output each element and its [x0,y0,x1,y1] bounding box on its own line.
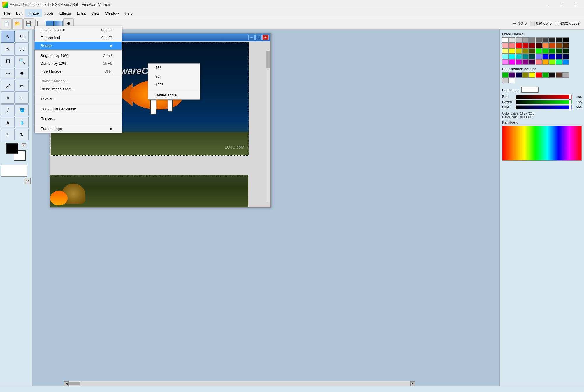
user-color-2[interactable] [516,72,522,78]
fixed-color-4[interactable] [529,37,535,43]
fixed-color-39[interactable] [562,54,569,59]
fixed-color-25[interactable] [536,48,542,54]
fixed-color-43[interactable] [522,59,529,65]
menu-file[interactable]: File [1,9,13,17]
submenu-define-angle[interactable]: Define angle... [148,91,200,99]
green-slider-thumb[interactable] [569,99,571,105]
fixed-color-31[interactable] [509,54,515,59]
fixed-color-45[interactable] [536,59,542,65]
fixed-color-42[interactable] [516,59,522,65]
fixed-color-28[interactable] [556,48,562,54]
fixed-color-29[interactable] [562,48,569,54]
user-color-4[interactable] [529,72,535,78]
menu-rotate[interactable]: Rotate ▶ [35,42,122,50]
toolbar-new[interactable]: 📄 [1,18,12,29]
fixed-color-33[interactable] [522,54,529,59]
red-slider-thumb[interactable] [569,94,571,100]
green-slider[interactable] [516,100,572,104]
user-color-5[interactable] [536,72,542,78]
tool-rect-select[interactable]: ⬚ [15,43,29,55]
user-color-11[interactable] [509,78,515,83]
fixed-color-11[interactable] [509,43,515,48]
canvas-close-btn[interactable]: ✕ [262,35,269,40]
fixed-color-19[interactable] [562,43,569,48]
rainbow-box[interactable] [502,126,582,161]
menu-darken[interactable]: Darken by 10% Ctrl+D [35,59,122,67]
submenu-rot180[interactable]: 180° [148,80,200,89]
menu-extra[interactable]: Extra [74,9,88,17]
fixed-color-49[interactable] [562,59,569,65]
user-color-3[interactable] [522,72,529,78]
tool-line[interactable]: ╱ [1,104,15,116]
fixed-color-30[interactable] [502,54,509,59]
user-color-0[interactable] [502,72,509,78]
tool-rotate2[interactable]: ↻ [15,129,29,140]
h-scroll-left-btn[interactable]: ◀ [64,381,69,386]
user-color-10[interactable] [502,78,509,83]
tool-brush[interactable]: 🖌 [1,80,15,92]
fixed-color-46[interactable] [542,59,549,65]
fixed-color-23[interactable] [522,48,529,54]
fixed-color-22[interactable] [516,48,522,54]
fixed-color-21[interactable] [509,48,515,54]
h-scrollbar[interactable]: ◀ ▶ [64,381,415,386]
menu-flip-h[interactable]: Flip Horizontal Ctrl+F7 [35,30,122,34]
menu-brighten[interactable]: Brighten by 10% Ctrl+B [35,52,122,59]
tool-crop[interactable]: ⊡ [1,55,15,67]
settings-btn[interactable]: ↻ [24,178,31,184]
fixed-color-16[interactable] [542,43,549,48]
submenu-rot45[interactable]: 45° [148,64,200,72]
fixed-color-24[interactable] [529,48,535,54]
h-scroll-right-btn[interactable]: ▶ [410,381,415,386]
user-color-1[interactable] [509,72,515,78]
fixed-color-26[interactable] [542,48,549,54]
menu-texture[interactable]: Texture... [35,95,122,103]
fixed-color-2[interactable] [516,37,522,43]
menu-tools[interactable]: Tools [42,9,57,17]
fixed-color-13[interactable] [522,43,529,48]
toolbar-save[interactable]: 💾 [23,18,34,29]
fixed-color-5[interactable] [536,37,542,43]
fixed-color-47[interactable] [549,59,555,65]
tool-stamp[interactable]: ◈ [1,92,15,104]
fixed-color-38[interactable] [556,54,562,59]
fixed-color-12[interactable] [516,43,522,48]
tool-fill-label[interactable]: Fill [15,31,29,43]
menu-resize[interactable]: Resize... [35,115,122,123]
edit-color-preview[interactable] [521,87,539,93]
tool-arrow[interactable]: ↖ [1,43,15,55]
red-slider[interactable] [516,95,572,99]
fixed-color-7[interactable] [549,37,555,43]
fixed-color-32[interactable] [516,54,522,59]
menu-effects[interactable]: Effects [57,9,74,17]
menu-flip-v[interactable]: Flip Vertical Ctrl+F8 [35,34,122,42]
fixed-color-10[interactable] [502,43,509,48]
fixed-color-17[interactable] [549,43,555,48]
fixed-color-20[interactable] [502,48,509,54]
tool-eraser[interactable]: ▭ [15,80,29,92]
blue-slider[interactable] [516,105,572,109]
menu-grayscale[interactable]: Convert to Grayscale [35,105,122,113]
fixed-color-34[interactable] [529,54,535,59]
fixed-color-36[interactable] [542,54,549,59]
canvas-minimize-btn[interactable]: ─ [248,35,255,40]
fixed-color-14[interactable] [529,43,535,48]
canvas-area[interactable]: Flip Horizontal Ctrl+F7 Flip Vertical Ct… [32,30,499,392]
menu-help[interactable]: Help [122,9,136,17]
tool-zoom[interactable]: 🔍 [15,55,29,67]
tool-fill-bucket[interactable]: 🪣 [15,104,29,116]
tool-text[interactable]: A [1,117,15,128]
fixed-color-27[interactable] [549,48,555,54]
fixed-color-44[interactable] [529,59,535,65]
submenu-rot90[interactable]: 90° [148,72,200,80]
fg-color[interactable] [6,143,18,154]
fixed-color-0[interactable] [502,37,509,43]
user-color-7[interactable] [549,72,555,78]
close-button[interactable]: ✕ [568,0,582,9]
tool-clone[interactable]: ⎘ [1,129,15,140]
fixed-color-41[interactable] [509,59,515,65]
fixed-color-3[interactable] [522,37,529,43]
toolbar-open[interactable]: 📂 [12,18,23,29]
fixed-color-9[interactable] [562,37,569,43]
fixed-color-8[interactable] [556,37,562,43]
